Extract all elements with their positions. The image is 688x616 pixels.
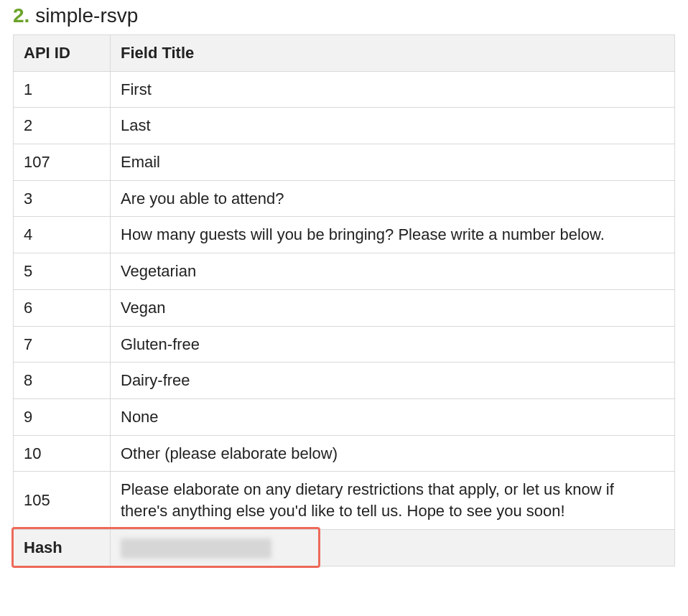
cell-api-id: 107 (14, 144, 111, 181)
cell-api-id: 8 (14, 363, 111, 399)
table-row: 3 Are you able to attend? (14, 180, 675, 217)
table-row: 10 Other (please elaborate below) (14, 435, 675, 472)
table-row: 4 How many guests will you be bringing? … (14, 217, 675, 253)
table-row: 107 Email (14, 144, 675, 181)
cell-api-id: 10 (14, 435, 111, 472)
section-heading: 2. simple-rsvp (13, 4, 675, 27)
table-row: 9 None (14, 398, 675, 435)
cell-api-id: 1 (14, 71, 111, 108)
fields-table: API ID Field Title 1 First 2 Last 107 Em… (13, 34, 675, 566)
cell-field-title: Gluten-free (111, 326, 675, 363)
cell-field-title: Other (please elaborate below) (111, 435, 675, 472)
cell-api-id: 3 (14, 180, 111, 217)
hash-label: Hash (14, 529, 111, 566)
cell-field-title: First (111, 71, 675, 108)
cell-field-title: Last (111, 108, 675, 144)
cell-api-id: 9 (14, 398, 111, 435)
cell-api-id: 5 (14, 253, 111, 290)
header-field-title: Field Title (111, 35, 675, 72)
cell-field-title: Vegan (111, 289, 675, 326)
hash-value-redacted (121, 538, 271, 559)
cell-field-title: How many guests will you be bringing? Pl… (111, 217, 675, 253)
table-row: 8 Dairy-free (14, 363, 675, 399)
heading-name: simple-rsvp (35, 4, 138, 27)
table-row: 5 Vegetarian (14, 253, 675, 290)
cell-field-title: None (111, 398, 675, 435)
hash-value-cell (111, 529, 675, 566)
cell-field-title: Email (111, 144, 675, 181)
cell-field-title: Vegetarian (111, 253, 675, 290)
header-api-id: API ID (14, 35, 111, 72)
cell-field-title: Please elaborate on any dietary restrict… (111, 472, 675, 529)
table-header-row: API ID Field Title (14, 35, 675, 72)
table-row: 1 First (14, 71, 675, 108)
cell-api-id: 2 (14, 108, 111, 144)
cell-api-id: 105 (14, 472, 111, 529)
cell-field-title: Dairy-free (111, 363, 675, 399)
cell-field-title: Are you able to attend? (111, 180, 675, 217)
table-row: 7 Gluten-free (14, 326, 675, 363)
cell-api-id: 6 (14, 289, 111, 326)
table-row: 6 Vegan (14, 289, 675, 326)
table-row: 2 Last (14, 108, 675, 144)
hash-row: Hash (14, 529, 675, 566)
cell-api-id: 7 (14, 326, 111, 363)
heading-number: 2. (13, 4, 29, 27)
table-wrapper: API ID Field Title 1 First 2 Last 107 Em… (13, 34, 675, 566)
cell-api-id: 4 (14, 217, 111, 253)
table-row: 105 Please elaborate on any dietary rest… (14, 472, 675, 529)
